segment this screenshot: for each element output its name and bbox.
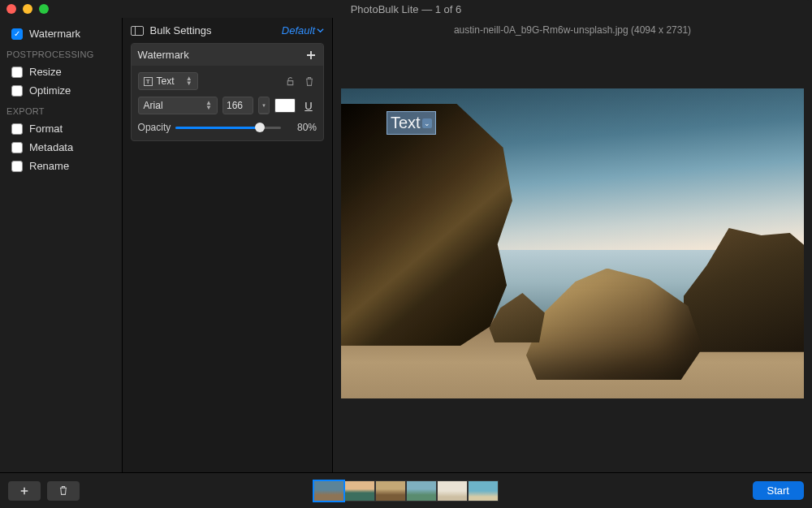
titlebar: PhotoBulk Lite — 1 of 6	[0, 0, 812, 18]
thumbnail[interactable]	[313, 480, 344, 502]
sidebar-label: Watermark	[29, 28, 80, 40]
checkbox-optimize[interactable]	[11, 85, 23, 97]
opacity-value: 80%	[286, 122, 317, 133]
thumbnail[interactable]	[375, 480, 406, 502]
trash-icon	[304, 76, 314, 87]
plus-icon	[19, 486, 29, 496]
font-size-stepper[interactable]: ▼	[258, 97, 270, 114]
sidebar-item-format[interactable]: Format	[0, 119, 122, 138]
add-watermark-button[interactable]	[305, 50, 317, 61]
opacity-slider[interactable]	[175, 121, 281, 134]
thumbnail[interactable]	[406, 480, 437, 502]
bulk-settings-label: Bulk Settings	[150, 24, 212, 37]
checkbox-metadata[interactable]	[11, 142, 23, 153]
settings-pane: Bulk Settings Default Watermark	[122, 18, 333, 472]
add-images-button[interactable]	[8, 481, 41, 501]
checkbox-format[interactable]	[11, 123, 23, 135]
underline-button[interactable]: U	[300, 97, 317, 114]
updown-caret-icon: ▲▼	[186, 76, 192, 86]
sidebar-label: Resize	[29, 66, 62, 78]
font-size-input[interactable]: 166	[222, 97, 253, 114]
chevron-down-icon: ▼	[259, 97, 269, 114]
trash-icon	[58, 485, 68, 496]
delete-watermark-button[interactable]	[302, 74, 317, 88]
fullscreen-window-button[interactable]	[39, 4, 49, 14]
thumbnail-strip	[313, 480, 499, 502]
sidebar-label: Rename	[29, 160, 69, 172]
sidebar: ✓ Watermark POSTPROCESSING Resize Optimi…	[0, 18, 122, 472]
opacity-label: Opacity	[138, 122, 171, 133]
panel-layout-icon	[131, 26, 144, 36]
watermark-panel: Watermark T Text ▲▼	[131, 43, 324, 141]
slider-thumb[interactable]	[255, 123, 265, 132]
window-title: PhotoBulk Lite — 1 of 6	[0, 3, 812, 15]
preset-dropdown[interactable]: Default	[282, 24, 324, 37]
plus-icon	[305, 50, 317, 61]
checkbox-rename[interactable]	[11, 161, 23, 172]
font-select[interactable]: Arial ▲▼	[138, 97, 218, 114]
watermark-text: Text	[391, 114, 421, 132]
sidebar-item-metadata[interactable]: Metadata	[0, 138, 122, 157]
thumbnail[interactable]	[344, 480, 375, 502]
sidebar-item-rename[interactable]: Rename	[0, 157, 122, 175]
preview-pane: austin-neill-0A_b9G-Rm6w-unsplash.jpg (4…	[333, 18, 812, 472]
sidebar-label: Metadata	[29, 141, 73, 153]
unlock-icon	[285, 76, 296, 87]
checkbox-watermark[interactable]: ✓	[11, 28, 23, 40]
preset-label: Default	[282, 24, 315, 37]
chevron-down-icon	[317, 27, 324, 34]
watermark-panel-title: Watermark	[138, 49, 189, 61]
text-type-icon: T	[144, 77, 153, 86]
thumbnail[interactable]	[437, 480, 468, 502]
chevron-down-icon[interactable]: ⌄	[422, 118, 432, 128]
sidebar-heading-export: EXPORT	[0, 100, 122, 119]
sidebar-label: Format	[29, 123, 63, 135]
sidebar-heading-postprocessing: POSTPROCESSING	[0, 43, 122, 62]
close-window-button[interactable]	[6, 4, 16, 14]
color-swatch[interactable]	[274, 98, 296, 113]
watermark-overlay[interactable]: Text ⌄	[387, 111, 436, 135]
updown-caret-icon: ▲▼	[205, 101, 212, 110]
font-value: Arial	[144, 100, 163, 111]
bottombar: Start	[0, 472, 812, 508]
sidebar-item-resize[interactable]: Resize	[0, 62, 122, 81]
remove-images-button[interactable]	[47, 481, 80, 501]
type-label: Text	[157, 75, 175, 87]
start-label: Start	[767, 484, 789, 497]
minimize-window-button[interactable]	[23, 4, 32, 14]
sidebar-label: Optimize	[29, 84, 71, 97]
sidebar-item-optimize[interactable]: Optimize	[0, 81, 122, 100]
watermark-type-select[interactable]: T Text ▲▼	[138, 72, 198, 90]
sidebar-item-watermark[interactable]: ✓ Watermark	[0, 24, 122, 43]
file-name-label: austin-neill-0A_b9G-Rm6w-unsplash.jpg (4…	[333, 18, 812, 39]
start-button[interactable]: Start	[753, 481, 804, 500]
thumbnail[interactable]	[468, 480, 499, 502]
checkbox-resize[interactable]	[11, 67, 23, 78]
preview-canvas[interactable]: Text ⌄	[341, 88, 804, 398]
lock-button[interactable]	[283, 74, 297, 88]
